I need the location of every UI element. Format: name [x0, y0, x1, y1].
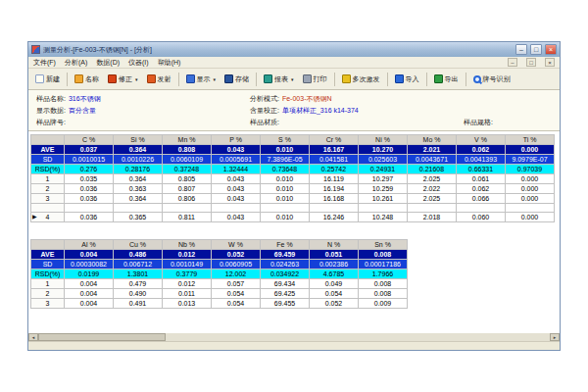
value-cell[interactable]: 0.036 [65, 213, 114, 222]
close-button[interactable]: × [545, 44, 557, 55]
value-cell[interactable]: 0.006712 [114, 260, 163, 270]
value-cell[interactable]: 0.0060905 [212, 260, 261, 270]
value-cell[interactable]: 0.0043671 [408, 155, 457, 165]
value-cell[interactable]: 0.0010015 [65, 155, 114, 165]
row-header[interactable]: 2 [31, 289, 65, 299]
value-cell[interactable]: 2.025 [408, 194, 457, 204]
value-cell[interactable]: 0.041581 [310, 155, 359, 165]
value-cell[interactable]: 10.248 [359, 213, 408, 222]
value-cell[interactable]: 0.004 [65, 299, 114, 309]
value-cell[interactable]: 0.00030082 [65, 260, 114, 270]
toolbar-emit-button[interactable]: 发射 [143, 72, 175, 87]
horizontal-scrollbar[interactable]: ◂ ▸ [28, 332, 560, 341]
value-cell[interactable]: 9.0979E-07 [506, 155, 555, 165]
row-header[interactable]: 2 [31, 184, 65, 194]
mdi-minimize-button[interactable]: – [508, 58, 517, 67]
value-cell[interactable]: 1.32444 [212, 165, 261, 174]
value-cell[interactable]: 2.025 [408, 174, 457, 184]
value-cell[interactable]: 0.364 [114, 145, 163, 155]
value-cell[interactable]: 0.012 [163, 250, 212, 260]
row-header[interactable]: RSD(%) [31, 165, 65, 174]
scrollbar-track[interactable] [38, 333, 550, 341]
toolbar-print-button[interactable]: 打印 [299, 72, 331, 87]
value-cell[interactable]: 0.049 [310, 279, 359, 289]
value-cell[interactable]: 0.011 [163, 289, 212, 299]
value-cell[interactable]: 0.034922 [261, 270, 310, 279]
value-cell[interactable]: 69.459 [261, 250, 310, 260]
row-header[interactable]: RSD(%) [31, 270, 65, 279]
value-cell[interactable]: 10.270 [359, 145, 408, 155]
mdi-restore-button[interactable]: □ [526, 58, 536, 67]
value-cell[interactable]: 0.054 [212, 289, 261, 299]
value-cell[interactable] [212, 204, 261, 213]
value-cell[interactable]: 0.024263 [261, 260, 310, 270]
value-cell[interactable]: 0.004 [65, 250, 114, 260]
value-cell[interactable]: 0.061 [457, 174, 506, 184]
menu-file[interactable]: 文件(F) [33, 58, 56, 68]
value-cell[interactable]: 12.002 [212, 270, 261, 279]
value-cell[interactable]: 0.051 [310, 250, 359, 260]
value-cell[interactable]: 0.0010149 [163, 260, 212, 270]
value-cell[interactable]: 0.010 [261, 213, 310, 222]
value-cell[interactable]: 0.008 [359, 279, 408, 289]
value-cell[interactable]: 0.66331 [457, 165, 506, 174]
column-header[interactable]: Ti % [506, 135, 555, 145]
value-cell[interactable]: 0.276 [65, 165, 114, 174]
value-cell[interactable]: 0.062 [457, 184, 506, 194]
value-cell[interactable] [408, 204, 457, 213]
maximize-button[interactable]: □ [530, 44, 542, 55]
value-cell[interactable]: 0.25742 [310, 165, 359, 174]
column-header[interactable]: C % [65, 135, 114, 145]
scroll-left-button[interactable]: ◂ [28, 333, 38, 341]
value-cell[interactable]: 0.000 [506, 145, 555, 155]
toolbar-multi-excite-button[interactable]: 多次激发 [338, 72, 384, 87]
value-cell[interactable]: 0.036 [65, 194, 114, 204]
value-cell[interactable]: 0.805 [163, 174, 212, 184]
value-cell[interactable]: 0.043 [212, 194, 261, 204]
value-cell[interactable]: 0.486 [114, 250, 163, 260]
row-header[interactable]: SD [31, 155, 65, 165]
value-cell[interactable]: 0.28176 [114, 165, 163, 174]
value-cell[interactable]: 0.0005691 [212, 155, 261, 165]
value-cell[interactable]: 0.24931 [359, 165, 408, 174]
value-cell[interactable]: 16.119 [310, 174, 359, 184]
value-cell[interactable]: 0.052 [212, 250, 261, 260]
value-cell[interactable]: 16.246 [310, 213, 359, 222]
row-header[interactable]: 1 [31, 174, 65, 184]
value-cell[interactable]: 0.37248 [163, 165, 212, 174]
title-bar[interactable]: 测量分析-[Fe-003-不锈钢[N] - [分析] – □ × [28, 42, 560, 57]
value-cell[interactable]: 69.455 [261, 299, 310, 309]
value-cell[interactable]: 0.013 [163, 299, 212, 309]
minimize-button[interactable]: – [515, 44, 527, 55]
column-header[interactable]: N % [310, 240, 359, 250]
value-cell[interactable]: 0.052 [310, 299, 359, 309]
value-cell[interactable]: 0.008 [359, 289, 408, 299]
menu-instrument[interactable]: 仪器(I) [128, 58, 149, 68]
column-header[interactable]: Nb % [163, 240, 212, 250]
value-cell[interactable]: 0.00017186 [359, 260, 408, 270]
value-cell[interactable] [359, 204, 408, 213]
value-cell[interactable]: 16.194 [310, 184, 359, 194]
value-cell[interactable]: 0.054 [310, 289, 359, 299]
value-cell[interactable]: 0.000 [506, 194, 555, 204]
chevron-down-icon[interactable]: ▾ [291, 76, 294, 82]
row-header[interactable] [31, 204, 65, 213]
toolbar-name-button[interactable]: 名称 [71, 72, 103, 87]
table-corner-cell[interactable] [31, 240, 65, 250]
value-cell[interactable]: 0.009 [359, 299, 408, 309]
value-cell[interactable] [261, 204, 310, 213]
value-cell[interactable]: 10.297 [359, 174, 408, 184]
value-cell[interactable]: 0.060 [457, 213, 506, 222]
row-header[interactable]: AVE [31, 145, 65, 155]
value-cell[interactable]: 0.004 [65, 289, 114, 299]
menu-help[interactable]: 帮助(H) [158, 58, 181, 68]
column-header[interactable]: V % [457, 135, 506, 145]
toolbar-new-button[interactable]: 新建 [31, 72, 64, 87]
column-header[interactable]: Cr % [310, 135, 359, 145]
row-header[interactable]: AVE [31, 250, 65, 260]
toolbar-correction-button[interactable]: 修正▾ [104, 72, 142, 87]
menu-analysis[interactable]: 分析(A) [65, 58, 87, 68]
column-header[interactable]: Si % [114, 135, 163, 145]
value-cell[interactable]: 69.434 [261, 279, 310, 289]
column-header[interactable]: Cu % [114, 240, 163, 250]
